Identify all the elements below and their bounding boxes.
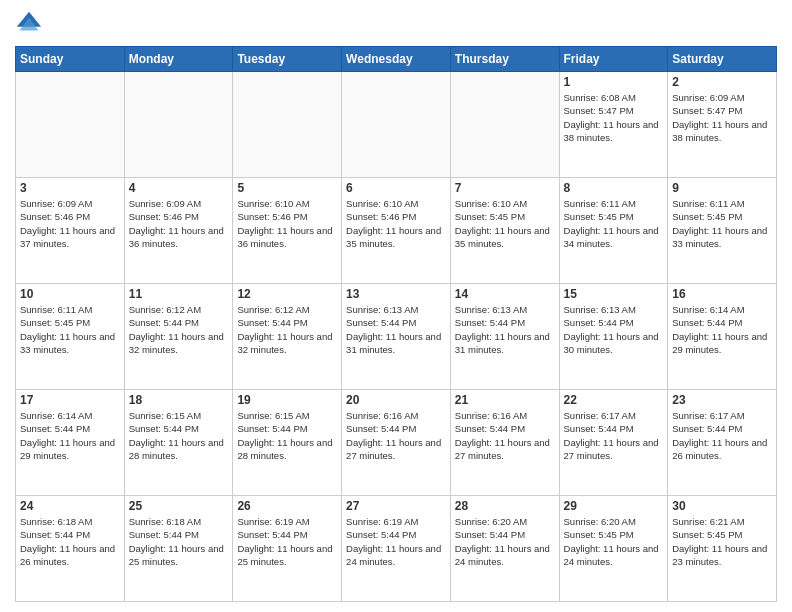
header-cell-wednesday: Wednesday [342,47,451,72]
day-number: 22 [564,393,664,407]
calendar-cell: 21 Sunrise: 6:16 AMSunset: 5:44 PMDaylig… [450,390,559,496]
calendar-cell: 14 Sunrise: 6:13 AMSunset: 5:44 PMDaylig… [450,284,559,390]
calendar-cell: 11 Sunrise: 6:12 AMSunset: 5:44 PMDaylig… [124,284,233,390]
calendar-cell: 3 Sunrise: 6:09 AMSunset: 5:46 PMDayligh… [16,178,125,284]
day-number: 27 [346,499,446,513]
calendar-week-4: 24 Sunrise: 6:18 AMSunset: 5:44 PMDaylig… [16,496,777,602]
day-number: 3 [20,181,120,195]
day-info: Sunrise: 6:20 AMSunset: 5:45 PMDaylight:… [564,516,659,567]
day-number: 19 [237,393,337,407]
day-number: 28 [455,499,555,513]
day-number: 23 [672,393,772,407]
day-info: Sunrise: 6:10 AMSunset: 5:45 PMDaylight:… [455,198,550,249]
calendar-cell: 28 Sunrise: 6:20 AMSunset: 5:44 PMDaylig… [450,496,559,602]
day-number: 29 [564,499,664,513]
calendar-cell: 20 Sunrise: 6:16 AMSunset: 5:44 PMDaylig… [342,390,451,496]
header [15,10,777,38]
day-number: 2 [672,75,772,89]
calendar-cell [342,72,451,178]
day-info: Sunrise: 6:08 AMSunset: 5:47 PMDaylight:… [564,92,659,143]
day-number: 12 [237,287,337,301]
day-number: 7 [455,181,555,195]
day-info: Sunrise: 6:18 AMSunset: 5:44 PMDaylight:… [20,516,115,567]
calendar-cell: 17 Sunrise: 6:14 AMSunset: 5:44 PMDaylig… [16,390,125,496]
calendar-cell [233,72,342,178]
calendar-table: SundayMondayTuesdayWednesdayThursdayFrid… [15,46,777,602]
day-info: Sunrise: 6:17 AMSunset: 5:44 PMDaylight:… [672,410,767,461]
calendar-body: 1 Sunrise: 6:08 AMSunset: 5:47 PMDayligh… [16,72,777,602]
day-info: Sunrise: 6:13 AMSunset: 5:44 PMDaylight:… [564,304,659,355]
day-info: Sunrise: 6:13 AMSunset: 5:44 PMDaylight:… [455,304,550,355]
calendar-cell [16,72,125,178]
day-number: 16 [672,287,772,301]
calendar-cell: 15 Sunrise: 6:13 AMSunset: 5:44 PMDaylig… [559,284,668,390]
day-info: Sunrise: 6:20 AMSunset: 5:44 PMDaylight:… [455,516,550,567]
day-info: Sunrise: 6:14 AMSunset: 5:44 PMDaylight:… [672,304,767,355]
day-number: 1 [564,75,664,89]
calendar-cell: 29 Sunrise: 6:20 AMSunset: 5:45 PMDaylig… [559,496,668,602]
day-number: 15 [564,287,664,301]
day-info: Sunrise: 6:14 AMSunset: 5:44 PMDaylight:… [20,410,115,461]
day-info: Sunrise: 6:16 AMSunset: 5:44 PMDaylight:… [346,410,441,461]
day-number: 4 [129,181,229,195]
day-info: Sunrise: 6:16 AMSunset: 5:44 PMDaylight:… [455,410,550,461]
day-info: Sunrise: 6:19 AMSunset: 5:44 PMDaylight:… [237,516,332,567]
day-info: Sunrise: 6:12 AMSunset: 5:44 PMDaylight:… [237,304,332,355]
day-info: Sunrise: 6:09 AMSunset: 5:46 PMDaylight:… [20,198,115,249]
day-number: 14 [455,287,555,301]
day-info: Sunrise: 6:12 AMSunset: 5:44 PMDaylight:… [129,304,224,355]
day-info: Sunrise: 6:11 AMSunset: 5:45 PMDaylight:… [20,304,115,355]
calendar-cell: 30 Sunrise: 6:21 AMSunset: 5:45 PMDaylig… [668,496,777,602]
day-number: 10 [20,287,120,301]
calendar-cell: 19 Sunrise: 6:15 AMSunset: 5:44 PMDaylig… [233,390,342,496]
day-number: 13 [346,287,446,301]
logo [15,10,47,38]
header-cell-friday: Friday [559,47,668,72]
day-info: Sunrise: 6:11 AMSunset: 5:45 PMDaylight:… [564,198,659,249]
day-info: Sunrise: 6:09 AMSunset: 5:46 PMDaylight:… [129,198,224,249]
day-number: 21 [455,393,555,407]
header-cell-monday: Monday [124,47,233,72]
day-info: Sunrise: 6:21 AMSunset: 5:45 PMDaylight:… [672,516,767,567]
calendar-cell: 24 Sunrise: 6:18 AMSunset: 5:44 PMDaylig… [16,496,125,602]
day-info: Sunrise: 6:11 AMSunset: 5:45 PMDaylight:… [672,198,767,249]
day-number: 25 [129,499,229,513]
calendar-cell: 10 Sunrise: 6:11 AMSunset: 5:45 PMDaylig… [16,284,125,390]
day-info: Sunrise: 6:19 AMSunset: 5:44 PMDaylight:… [346,516,441,567]
day-number: 5 [237,181,337,195]
day-info: Sunrise: 6:09 AMSunset: 5:47 PMDaylight:… [672,92,767,143]
calendar-cell [124,72,233,178]
day-number: 20 [346,393,446,407]
calendar-cell: 13 Sunrise: 6:13 AMSunset: 5:44 PMDaylig… [342,284,451,390]
calendar-cell: 16 Sunrise: 6:14 AMSunset: 5:44 PMDaylig… [668,284,777,390]
day-number: 18 [129,393,229,407]
page: SundayMondayTuesdayWednesdayThursdayFrid… [0,0,792,612]
calendar-cell: 26 Sunrise: 6:19 AMSunset: 5:44 PMDaylig… [233,496,342,602]
calendar-week-0: 1 Sunrise: 6:08 AMSunset: 5:47 PMDayligh… [16,72,777,178]
day-number: 9 [672,181,772,195]
calendar-cell: 18 Sunrise: 6:15 AMSunset: 5:44 PMDaylig… [124,390,233,496]
header-cell-thursday: Thursday [450,47,559,72]
calendar-cell: 23 Sunrise: 6:17 AMSunset: 5:44 PMDaylig… [668,390,777,496]
header-cell-saturday: Saturday [668,47,777,72]
day-info: Sunrise: 6:10 AMSunset: 5:46 PMDaylight:… [346,198,441,249]
day-info: Sunrise: 6:15 AMSunset: 5:44 PMDaylight:… [129,410,224,461]
logo-icon [15,10,43,38]
calendar-week-1: 3 Sunrise: 6:09 AMSunset: 5:46 PMDayligh… [16,178,777,284]
calendar-cell: 22 Sunrise: 6:17 AMSunset: 5:44 PMDaylig… [559,390,668,496]
calendar-header: SundayMondayTuesdayWednesdayThursdayFrid… [16,47,777,72]
header-cell-tuesday: Tuesday [233,47,342,72]
day-info: Sunrise: 6:18 AMSunset: 5:44 PMDaylight:… [129,516,224,567]
calendar-cell: 4 Sunrise: 6:09 AMSunset: 5:46 PMDayligh… [124,178,233,284]
calendar-cell: 9 Sunrise: 6:11 AMSunset: 5:45 PMDayligh… [668,178,777,284]
day-number: 8 [564,181,664,195]
header-row: SundayMondayTuesdayWednesdayThursdayFrid… [16,47,777,72]
day-info: Sunrise: 6:10 AMSunset: 5:46 PMDaylight:… [237,198,332,249]
calendar-cell: 7 Sunrise: 6:10 AMSunset: 5:45 PMDayligh… [450,178,559,284]
calendar-cell [450,72,559,178]
calendar-cell: 2 Sunrise: 6:09 AMSunset: 5:47 PMDayligh… [668,72,777,178]
calendar-cell: 8 Sunrise: 6:11 AMSunset: 5:45 PMDayligh… [559,178,668,284]
day-number: 30 [672,499,772,513]
day-info: Sunrise: 6:13 AMSunset: 5:44 PMDaylight:… [346,304,441,355]
header-cell-sunday: Sunday [16,47,125,72]
